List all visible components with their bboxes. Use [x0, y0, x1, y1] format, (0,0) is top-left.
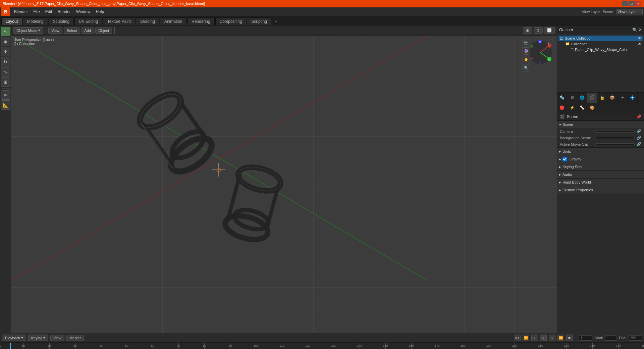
navigation-gizmo[interactable]: X Y Z	[527, 39, 553, 66]
prop-section-header-4[interactable]: ▸Audio	[557, 171, 644, 178]
add-workspace-tab-button[interactable]: +	[272, 17, 280, 25]
prop-section-checkbox-2[interactable]	[562, 157, 567, 161]
view-layer-input[interactable]	[616, 9, 643, 14]
prop-section-header-0[interactable]: ▾Scene	[557, 121, 644, 128]
keying-menu-button[interactable]: Keying ▾	[28, 335, 49, 341]
prop-tab-modifier[interactable]: ✦	[618, 93, 628, 103]
measure-tool-button[interactable]: 📐	[1, 100, 10, 110]
3d-canvas[interactable]: User Perspective (Local) (1) Collection …	[11, 36, 557, 333]
outliner-visibility-icon-0[interactable]: 👁	[638, 36, 641, 40]
hand-icon[interactable]: ✋	[523, 56, 530, 63]
menu-item-window[interactable]: Window	[73, 9, 93, 15]
workspace-tab-scripting[interactable]: Scripting	[247, 17, 271, 25]
prop-tab-constraints[interactable]: ⚡	[567, 103, 577, 113]
playback-menu-button[interactable]: Playback ▾	[2, 335, 26, 341]
prop-section-header-6[interactable]: ▸Custom Properties	[557, 186, 644, 194]
overlay-button[interactable]: ⊘	[534, 27, 543, 34]
workspace-tab-modeling[interactable]: Modeling	[23, 17, 48, 25]
select-tool-button[interactable]: ↖	[1, 27, 10, 36]
svg-text:Y: Y	[547, 58, 549, 61]
menu-item-edit[interactable]: Edit	[43, 9, 55, 15]
object-mode-button[interactable]: Object Mode ▾	[13, 27, 43, 34]
add-menu-button[interactable]: Add	[82, 28, 94, 34]
workspace-tab-texture-paint[interactable]: Texture Paint	[103, 17, 135, 25]
properties-pin-icon[interactable]: 📌	[636, 114, 641, 119]
prop-tab-scene[interactable]: 🎬	[587, 93, 597, 103]
prev-keyframe-button[interactable]: ⏪	[523, 335, 529, 341]
prop-link-icon-0-0[interactable]: 🔗	[637, 129, 641, 134]
prop-value-0-2[interactable]	[595, 143, 635, 145]
close-button[interactable]: ✕	[635, 1, 641, 6]
move-tool-button[interactable]: ✛	[1, 47, 10, 56]
outliner-visibility-icon-1[interactable]: 👁	[638, 42, 641, 46]
end-frame-input[interactable]	[629, 335, 642, 341]
prev-frame-button[interactable]: ◁	[531, 335, 538, 341]
select-menu-button[interactable]: Select	[64, 28, 80, 34]
prop-tab-object[interactable]: 📦	[607, 93, 618, 103]
ruler-label-30: 30	[73, 344, 77, 347]
zoom-icon[interactable]: 🔍	[523, 64, 530, 71]
prop-link-icon-0-1[interactable]: 🔗	[637, 136, 641, 140]
object-menu-button[interactable]: Object	[95, 28, 112, 34]
prop-link-icon-0-2[interactable]: 🔗	[637, 142, 641, 146]
menu-item-render[interactable]: Render	[55, 9, 73, 15]
workspace-tab-shading[interactable]: Shading	[136, 17, 159, 25]
maximize-button[interactable]: □	[629, 1, 635, 6]
prop-section-header-1[interactable]: ▸Units	[557, 148, 644, 155]
scale-tool-button[interactable]: ⤡	[1, 67, 10, 77]
ruler-label-1: 1	[0, 344, 1, 347]
view-menu-button-tl[interactable]: View	[50, 335, 64, 341]
prop-value-0-0[interactable]	[595, 131, 635, 133]
jump-start-button[interactable]: ⏮	[514, 335, 521, 341]
ruler-label-110: 110	[279, 344, 284, 347]
prop-tab-world[interactable]: 🔒	[597, 93, 607, 103]
rotate-tool-button[interactable]: ↻	[1, 57, 10, 66]
minimize-button[interactable]: —	[622, 1, 628, 6]
left-toolbar: ↖ ⊕ ✛ ↻ ⤡ ⊞ ✏ 📐	[0, 26, 11, 333]
menu-item-blender[interactable]: Blender	[11, 9, 31, 15]
outliner-close-icon[interactable]: ✕	[639, 28, 642, 32]
prop-section-header-2[interactable]: ▸Gravity	[557, 155, 644, 163]
outliner-row-2[interactable]: ◻ Paper_Clip_Wavy_Shape_Color	[558, 47, 643, 52]
xray-button[interactable]: ⬜	[544, 27, 555, 34]
properties-section-title: Scene	[567, 114, 578, 119]
menu-item-file[interactable]: File	[31, 9, 42, 15]
view-menu-button[interactable]: View	[48, 28, 62, 34]
camera-view-icon[interactable]: 📷	[523, 39, 530, 46]
next-keyframe-button[interactable]: ⏩	[557, 335, 564, 341]
prop-section-header-5[interactable]: ▸Rigid Body World	[557, 179, 644, 186]
menu-item-help[interactable]: Help	[93, 9, 107, 15]
prop-section-header-3[interactable]: ▸Keying Sets	[557, 163, 644, 170]
workspace-tab-uv-editing[interactable]: UV Editing	[74, 17, 102, 25]
workspace-tab-layout[interactable]: Layout	[1, 17, 22, 25]
prop-tab-view-layer[interactable]: 🌐	[577, 93, 587, 103]
marker-menu-button[interactable]: Marker	[66, 335, 84, 341]
outliner-row-0[interactable]: 🗂 Scene Collection👁	[558, 36, 643, 41]
prop-tab-render[interactable]: 🔩	[557, 93, 567, 103]
annotate-tool-button[interactable]: ✏	[1, 90, 10, 100]
transform-tool-button[interactable]: ⊞	[1, 77, 10, 87]
prop-value-0-1[interactable]	[595, 137, 635, 139]
viewport-shading-button[interactable]: ◉	[523, 27, 532, 34]
current-frame-input[interactable]	[579, 335, 592, 341]
start-frame-input[interactable]	[605, 335, 617, 341]
workspace-tab-rendering[interactable]: Rendering	[187, 17, 214, 25]
play-button[interactable]: ▷	[540, 335, 547, 341]
collection-label: (1) Collection	[13, 42, 54, 46]
next-frame-button[interactable]: ▷	[549, 335, 555, 341]
svg-point-36	[539, 61, 541, 64]
prop-tab-output[interactable]: 🖥	[567, 93, 577, 103]
outliner-row-1[interactable]: 📁 Collection👁	[558, 41, 643, 47]
outliner-filter-icon[interactable]: 🔍	[632, 28, 637, 32]
jump-end-button[interactable]: ⏭	[566, 335, 573, 341]
workspace-tab-animation[interactable]: Animation	[160, 17, 186, 25]
render-preview-icon[interactable]: 🔮	[523, 47, 530, 55]
workspace-tab-sculpting[interactable]: Sculpting	[49, 17, 74, 25]
prop-tab-physics[interactable]: 🔴	[557, 103, 567, 113]
prop-tab-particles[interactable]: 💠	[628, 93, 638, 103]
prop-tab-data[interactable]: 🦴	[577, 103, 587, 113]
prop-tab-material[interactable]: 🎨	[587, 103, 597, 113]
cursor-tool-button[interactable]: ⊕	[1, 37, 10, 46]
timeline-ruler[interactable]: 1102030405060708090100110120130140150160…	[0, 342, 644, 349]
workspace-tab-compositing[interactable]: Compositing	[215, 17, 247, 25]
